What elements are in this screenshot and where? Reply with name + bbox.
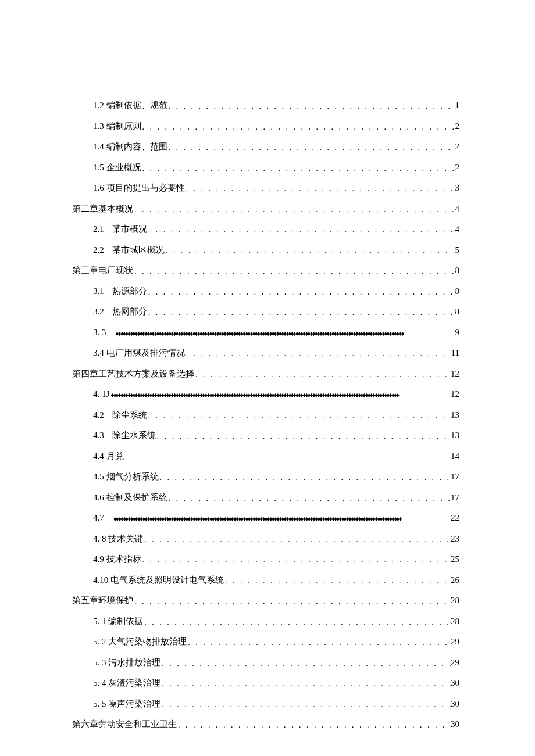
- toc-page-number: 17: [451, 491, 459, 504]
- toc-entry: 5. 5 噪声污染治理. . . . . . . . . . . . . . .…: [72, 697, 459, 711]
- toc-leader: . . . . . . . . . . . . . . . . . . . . …: [141, 162, 455, 174]
- toc-entry: 3.4 电厂用煤及排污情况. . . . . . . . . . . . . .…: [72, 346, 459, 360]
- toc-leader: . . . . . . . . . . . . . . . . . . . . …: [185, 347, 451, 360]
- toc-page-number: 28: [451, 615, 459, 628]
- toc-label: 4.9 技术指标: [93, 553, 141, 566]
- toc-label: 第二章基本概况: [72, 202, 133, 216]
- toc-leader: . . . . . . . . . . . . . . . . . . . . …: [143, 533, 451, 546]
- toc-label: 1.2 编制依据、规范: [93, 99, 167, 112]
- toc-label: 4.7: [93, 511, 112, 525]
- toc-entry: 第三章电厂现状. . . . . . . . . . . . . . . . .…: [72, 264, 459, 277]
- toc-label: 4.4 月兑: [93, 450, 124, 463]
- toc-leader: . . . . . . . . . . . . . . . . . . . . …: [133, 265, 455, 277]
- toc-leader: . . . . . . . . . . . . . . . . . . . . …: [147, 306, 455, 318]
- toc-title: 某市城区概况: [112, 245, 165, 255]
- toc-entry: 5. 1 编制依据. . . . . . . . . . . . . . . .…: [72, 615, 459, 628]
- toc-page-number: 14: [451, 450, 459, 463]
- toc-entry: 第六章劳动安全和工业卫生. . . . . . . . . . . . . . …: [72, 718, 459, 731]
- toc-entry: 4.10 电气系统及照明设计电气系统. . . . . . . . . . . …: [72, 574, 459, 587]
- toc-leader: . . . . . . . . . . . . . . . . . . . . …: [133, 203, 455, 216]
- toc-leader: . . . . . . . . . . . . . . . . . . . . …: [141, 121, 455, 133]
- toc-label: 5. 4 灰渣污染治理: [93, 676, 160, 690]
- toc-entry: 4.5 烟气分析系统. . . . . . . . . . . . . . . …: [72, 470, 459, 483]
- toc-label: 第四章工艺技术方案及设备选择: [72, 367, 194, 381]
- toc-prefix: 4.7: [93, 513, 104, 522]
- toc-leader: . . . . . . . . . . . . . . . . . . . . …: [159, 471, 451, 483]
- toc-entry: 第四章工艺技术方案及设备选择. . . . . . . . . . . . . …: [72, 367, 459, 381]
- toc-leader: . . . . . . . . . . . . . . . . . . . . …: [165, 245, 455, 257]
- toc-label: 4.2除尘系统: [93, 409, 147, 422]
- toc-prefix: 3.1: [93, 286, 104, 296]
- toc-label: 5. 1 编制依据: [93, 615, 143, 628]
- toc-entry: 1.5 企业概况. . . . . . . . . . . . . . . . …: [72, 161, 459, 174]
- toc-entry: 4.3除尘水系统. . . . . . . . . . . . . . . . …: [72, 429, 459, 442]
- toc-entry: 3.2热网部分. . . . . . . . . . . . . . . . .…: [72, 305, 459, 318]
- toc-page-number: 25: [451, 553, 459, 566]
- toc-title: 热源部分: [112, 286, 147, 296]
- toc-prefix: 4.3: [93, 431, 104, 440]
- toc-page-number: 13: [451, 429, 459, 442]
- toc-label: 4.10 电气系统及照明设计电气系统: [93, 574, 224, 587]
- toc-page-number: 8: [455, 285, 460, 298]
- toc-title: 热网部分: [112, 307, 147, 316]
- toc-leader: ♦♦♦♦♦♦♦♦♦♦♦♦♦♦♦♦♦♦♦♦♦♦♦♦♦♦♦♦♦♦♦♦♦♦♦♦♦♦♦♦…: [115, 328, 455, 339]
- toc-page-number: 29: [451, 656, 459, 669]
- toc-entry: 4.4 月兑14: [72, 450, 459, 463]
- toc-entry: 5. 4 灰渣污染治理. . . . . . . . . . . . . . .…: [72, 676, 459, 690]
- table-of-contents: 1.2 编制依据、规范. . . . . . . . . . . . . . .…: [72, 99, 459, 731]
- toc-label: 1.6 项目的提出与必要性: [93, 181, 185, 195]
- toc-title: 除尘水系统: [112, 431, 156, 440]
- toc-leader: . . . . . . . . . . . . . . . . . . . . …: [194, 368, 451, 381]
- toc-entry: 第二章基本概况. . . . . . . . . . . . . . . . .…: [72, 202, 459, 216]
- toc-leader: . . . . . . . . . . . . . . . . . . . . …: [187, 636, 451, 648]
- toc-label: 2.2某市城区概况: [93, 243, 165, 257]
- toc-entry: 1.2 编制依据、规范. . . . . . . . . . . . . . .…: [72, 99, 459, 112]
- toc-leader: . . . . . . . . . . . . . . . . . . . . …: [224, 575, 451, 587]
- toc-label: 4.5 烟气分析系统: [93, 470, 159, 483]
- toc-leader: . . . . . . . . . . . . . . . . . . . . …: [156, 430, 451, 442]
- toc-entry: 4. 8 技术关键. . . . . . . . . . . . . . . .…: [72, 532, 459, 546]
- toc-prefix: 2.2: [93, 245, 104, 255]
- toc-page-number: 9: [455, 326, 460, 339]
- toc-page-number: 4: [455, 202, 460, 216]
- toc-page-number: 30: [451, 676, 459, 690]
- toc-page-number: 2: [455, 161, 460, 174]
- toc-entry: 1.4 编制内容、范围. . . . . . . . . . . . . . .…: [72, 140, 459, 153]
- toc-entry: 4. 1J♦♦♦♦♦♦♦♦♦♦♦♦♦♦♦♦♦♦♦♦♦♦♦♦♦♦♦♦♦♦♦♦♦♦♦…: [72, 388, 459, 401]
- toc-page-number: 30: [451, 697, 459, 711]
- toc-page-number: 30: [451, 718, 459, 731]
- toc-entry: 4.7♦♦♦♦♦♦♦♦♦♦♦♦♦♦♦♦♦♦♦♦♦♦♦♦♦♦♦♦♦♦♦♦♦♦♦♦♦…: [72, 511, 459, 525]
- toc-leader: . . . . . . . . . . . . . . . . . . . . …: [185, 182, 455, 195]
- toc-leader: . . . . . . . . . . . . . . . . . . . . …: [147, 286, 455, 298]
- toc-page-number: 23: [451, 532, 459, 546]
- toc-label: 3.4 电厂用煤及排污情况: [93, 346, 185, 360]
- toc-label: 第三章电厂现状: [72, 264, 133, 277]
- toc-leader: . . . . . . . . . . . . . . . . . . . . …: [147, 410, 451, 422]
- toc-page-number: 4: [455, 223, 460, 236]
- toc-entry: 1.3 编制原则. . . . . . . . . . . . . . . . …: [72, 120, 459, 133]
- toc-page-number: 2: [455, 140, 460, 153]
- toc-label: 第五章环境保护: [72, 594, 133, 607]
- toc-entry: 1.6 项目的提出与必要性. . . . . . . . . . . . . .…: [72, 181, 459, 195]
- toc-page-number: 28: [451, 594, 459, 607]
- toc-leader: . . . . . . . . . . . . . . . . . . . . …: [167, 492, 451, 504]
- toc-page-number: 17: [451, 470, 459, 483]
- toc-page-number: 22: [451, 511, 459, 525]
- toc-page-number: 1: [455, 99, 460, 112]
- toc-leader: . . . . . . . . . . . . . . . . . . . . …: [160, 698, 451, 711]
- toc-page-number: 5: [455, 243, 460, 257]
- toc-entry: 5. 2 大气污染物排放治理. . . . . . . . . . . . . …: [72, 635, 459, 648]
- toc-page-number: 12: [451, 388, 459, 401]
- toc-leader: . . . . . . . . . . . . . . . . . . . . …: [147, 224, 455, 236]
- toc-label: 4.3除尘水系统: [93, 429, 156, 442]
- toc-leader: ♦♦♦♦♦♦♦♦♦♦♦♦♦♦♦♦♦♦♦♦♦♦♦♦♦♦♦♦♦♦♦♦♦♦♦♦♦♦♦♦…: [112, 514, 451, 524]
- toc-label: 3. 3: [93, 326, 115, 339]
- toc-leader: . . . . . . . . . . . . . . . . . . . . …: [141, 554, 451, 566]
- toc-label: 1.5 企业概况: [93, 161, 141, 174]
- toc-entry: 5. 3 污水排放治理. . . . . . . . . . . . . . .…: [72, 656, 459, 669]
- toc-entry: 4.2除尘系统. . . . . . . . . . . . . . . . .…: [72, 409, 459, 422]
- toc-prefix: 3.2: [93, 307, 104, 316]
- toc-prefix: 4.2: [93, 410, 104, 420]
- toc-label: 2.1某市概况: [93, 223, 147, 236]
- toc-label: 3.2热网部分: [93, 305, 147, 318]
